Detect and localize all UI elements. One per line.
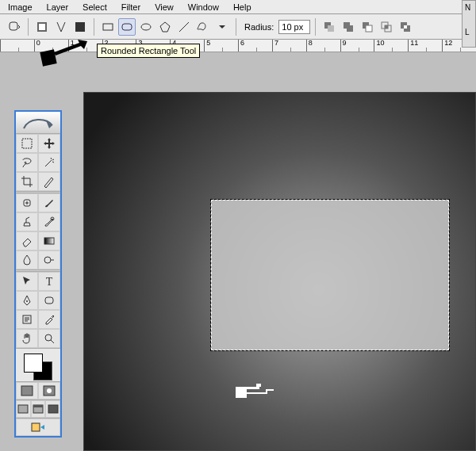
ruler-tick bbox=[0, 40, 34, 52]
menu-select[interactable]: Select bbox=[76, 1, 113, 13]
crop-tool-icon[interactable] bbox=[16, 172, 38, 191]
svg-point-6 bbox=[141, 24, 151, 30]
radius-input[interactable] bbox=[278, 20, 310, 34]
svg-text:T: T bbox=[46, 276, 53, 288]
radius-label: Radius: bbox=[244, 22, 274, 32]
eraser-tool-icon[interactable] bbox=[16, 231, 38, 250]
svg-rect-39 bbox=[32, 423, 40, 431]
right-panel[interactable]: N L bbox=[462, 0, 476, 48]
slice-tool-icon[interactable] bbox=[38, 172, 60, 191]
shape-layers-icon[interactable] bbox=[33, 18, 51, 36]
svg-rect-14 bbox=[366, 25, 372, 32]
horizontal-ruler: 0 1 2 3 4 5 6 7 8 9 10 11 12 bbox=[0, 40, 476, 52]
pen-tool-icon[interactable] bbox=[16, 291, 38, 310]
svg-rect-12 bbox=[347, 25, 353, 32]
combine-add-icon[interactable] bbox=[340, 18, 357, 36]
magic-wand-tool-icon[interactable] bbox=[38, 153, 60, 172]
combine-intersect-icon[interactable] bbox=[378, 18, 395, 36]
lasso-tool-icon[interactable] bbox=[16, 153, 38, 172]
menu-window[interactable]: Window bbox=[182, 1, 225, 13]
menu-image[interactable]: Image bbox=[2, 1, 39, 13]
line-shape-icon[interactable] bbox=[175, 18, 193, 36]
screen-menubar-icon[interactable] bbox=[31, 400, 46, 418]
notes-tool-icon[interactable] bbox=[16, 310, 38, 329]
foreground-color-swatch[interactable] bbox=[24, 354, 43, 373]
move-tool-icon[interactable] bbox=[38, 134, 60, 153]
selection-marquee[interactable] bbox=[211, 200, 449, 350]
screen-full-icon[interactable] bbox=[45, 400, 60, 418]
zoom-tool-icon[interactable] bbox=[38, 329, 60, 348]
gradient-tool-icon[interactable] bbox=[38, 231, 60, 250]
rectangle-shape-icon[interactable] bbox=[99, 18, 117, 36]
ruler-tick: 0 bbox=[34, 40, 68, 52]
svg-line-8 bbox=[179, 22, 189, 32]
svg-rect-10 bbox=[328, 25, 334, 32]
svg-rect-38 bbox=[48, 405, 58, 413]
svg-rect-35 bbox=[18, 405, 28, 413]
type-tool-icon[interactable]: T bbox=[38, 272, 60, 291]
ruler-tick: 5 bbox=[204, 40, 238, 52]
menu-layer[interactable]: Layer bbox=[40, 1, 75, 13]
svg-rect-17 bbox=[385, 25, 388, 29]
menu-view[interactable]: View bbox=[148, 1, 180, 13]
quickmask-mode-icon[interactable] bbox=[38, 382, 60, 399]
hand-tool-icon[interactable] bbox=[16, 329, 38, 348]
standard-mode-icon[interactable] bbox=[16, 382, 38, 399]
healing-brush-tool-icon[interactable] bbox=[16, 193, 38, 212]
svg-point-31 bbox=[45, 334, 52, 341]
clone-stamp-tool-icon[interactable] bbox=[16, 212, 38, 231]
menu-filter[interactable]: Filter bbox=[115, 1, 147, 13]
svg-point-34 bbox=[47, 388, 52, 393]
menu-help[interactable]: Help bbox=[227, 1, 258, 13]
toolbox-header[interactable] bbox=[16, 112, 60, 134]
svg-rect-4 bbox=[103, 24, 113, 30]
svg-point-28 bbox=[26, 300, 28, 302]
ellipse-shape-icon[interactable] bbox=[137, 18, 155, 36]
svg-rect-32 bbox=[21, 386, 33, 396]
paths-icon[interactable] bbox=[52, 18, 70, 36]
color-swatches[interactable] bbox=[16, 348, 60, 381]
edit-mode-row bbox=[16, 381, 60, 399]
shape-options-dropdown-icon[interactable] bbox=[213, 18, 231, 36]
svg-rect-22 bbox=[22, 139, 32, 148]
history-brush-tool-icon[interactable] bbox=[38, 212, 60, 231]
custom-shape-icon[interactable] bbox=[194, 18, 212, 36]
svg-rect-37 bbox=[33, 405, 43, 407]
svg-rect-2 bbox=[39, 24, 45, 30]
ruler-tick: 9 bbox=[340, 40, 374, 52]
options-bar: Radius: bbox=[0, 14, 476, 40]
jump-to-imageready-icon[interactable] bbox=[16, 419, 60, 436]
document-canvas[interactable] bbox=[83, 92, 476, 451]
dodge-tool-icon[interactable] bbox=[38, 250, 60, 269]
polygon-shape-icon[interactable] bbox=[156, 18, 174, 36]
brush-tool-icon[interactable] bbox=[38, 193, 60, 212]
fill-pixels-icon[interactable] bbox=[71, 18, 89, 36]
tool-tooltip: Rounded Rectangle Tool bbox=[97, 44, 200, 58]
panel-tab-n[interactable]: N bbox=[463, 1, 475, 14]
jump-to-row bbox=[16, 418, 60, 436]
marquee-tool-icon[interactable] bbox=[16, 134, 38, 153]
svg-rect-3 bbox=[75, 22, 85, 32]
combine-new-icon[interactable] bbox=[321, 18, 338, 36]
svg-rect-5 bbox=[122, 24, 132, 30]
path-selection-tool-icon[interactable] bbox=[16, 272, 38, 291]
ruler-tick: 10 bbox=[374, 40, 408, 52]
screen-mode-row bbox=[16, 399, 60, 418]
panel-tab-l[interactable]: L bbox=[463, 25, 475, 39]
svg-rect-20 bbox=[404, 25, 407, 29]
svg-rect-29 bbox=[45, 297, 53, 304]
workspace: T bbox=[0, 52, 476, 451]
blur-tool-icon[interactable] bbox=[16, 250, 38, 269]
combine-exclude-icon[interactable] bbox=[397, 18, 414, 36]
ruler-tick: 8 bbox=[306, 40, 340, 52]
rounded-rectangle-shape-icon[interactable] bbox=[118, 18, 136, 36]
ruler-tick: 6 bbox=[238, 40, 272, 52]
tool-preset-picker[interactable] bbox=[6, 18, 23, 36]
ruler-tick: 11 bbox=[408, 40, 442, 52]
eyedropper-tool-icon[interactable] bbox=[38, 310, 60, 329]
combine-subtract-icon[interactable] bbox=[359, 18, 376, 36]
toolbox-panel[interactable]: T bbox=[14, 110, 62, 438]
screen-standard-icon[interactable] bbox=[16, 400, 31, 418]
shape-tool-icon[interactable] bbox=[38, 291, 60, 310]
svg-rect-0 bbox=[10, 22, 17, 30]
